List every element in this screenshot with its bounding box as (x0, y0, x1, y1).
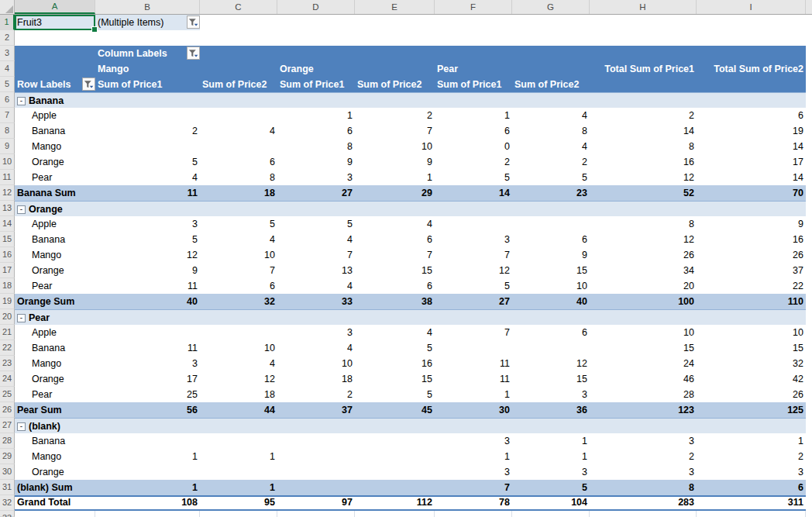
cell-E26[interactable]: 45 (355, 402, 435, 418)
cell-F12[interactable]: 14 (435, 185, 512, 201)
cell-I19[interactable]: 110 (697, 294, 806, 309)
cell-D23[interactable]: 10 (277, 356, 355, 371)
row-header-18[interactable]: 18 (0, 278, 15, 294)
cell-I29[interactable]: 2 (697, 449, 806, 464)
cell-E31[interactable] (355, 480, 435, 495)
cell-B22[interactable]: 11 (95, 340, 200, 356)
cell-I33[interactable] (697, 511, 806, 517)
cell-F27[interactable] (435, 418, 512, 433)
cell-D25[interactable]: 2 (277, 387, 355, 402)
row-header-10[interactable]: 10 (0, 154, 15, 170)
cell-E7[interactable]: 2 (355, 108, 435, 123)
row-header-5[interactable]: 5 (0, 77, 15, 92)
cell-I16[interactable]: 26 (697, 247, 806, 263)
cell-H16[interactable]: 26 (590, 247, 697, 263)
cell-H20[interactable] (590, 309, 697, 325)
row-header-1[interactable]: 1 (0, 15, 15, 30)
cell-A7[interactable]: Apple (15, 108, 95, 123)
cell-F14[interactable] (435, 216, 512, 232)
cell-G8[interactable]: 8 (512, 123, 590, 139)
cell-I10[interactable]: 17 (697, 154, 806, 170)
cell-I20[interactable] (697, 309, 806, 325)
cell-H4[interactable]: Total Sum of Price1 (590, 61, 697, 77)
cell-H25[interactable]: 28 (590, 387, 697, 402)
row-header-4[interactable]: 4 (0, 61, 15, 77)
row-header-8[interactable]: 8 (0, 123, 15, 139)
cell-E13[interactable] (355, 201, 435, 216)
cell-C31[interactable]: 1 (200, 480, 277, 495)
cell-I2[interactable] (697, 30, 806, 46)
cell-I7[interactable]: 6 (697, 108, 806, 123)
cell-H12[interactable]: 52 (590, 185, 697, 201)
cell-I15[interactable]: 16 (697, 232, 806, 247)
row-header-33[interactable]: 33 (0, 511, 15, 517)
cell-F21[interactable]: 7 (435, 325, 512, 340)
cell-B30[interactable] (95, 464, 200, 480)
cell-C13[interactable] (200, 201, 277, 216)
cell-A5[interactable]: Row Labels (15, 77, 95, 92)
cell-C21[interactable] (200, 325, 277, 340)
cell-A12[interactable]: Banana Sum (15, 185, 95, 201)
cell-E19[interactable]: 38 (355, 294, 435, 309)
cell-A19[interactable]: Orange Sum (15, 294, 95, 309)
cell-D16[interactable]: 7 (277, 247, 355, 263)
cell-D12[interactable]: 27 (277, 185, 355, 201)
cell-B21[interactable] (95, 325, 200, 340)
cell-G4[interactable] (512, 61, 590, 77)
cell-F9[interactable]: 0 (435, 139, 512, 154)
cell-E5[interactable]: Sum of Price2 (355, 77, 435, 92)
cell-C9[interactable] (200, 139, 277, 154)
cell-F23[interactable]: 11 (435, 356, 512, 371)
cell-E15[interactable]: 6 (355, 232, 435, 247)
cell-D15[interactable]: 4 (277, 232, 355, 247)
cell-B5[interactable]: Sum of Price1 (95, 77, 200, 92)
cell-A18[interactable]: Pear (15, 278, 95, 294)
row-header-7[interactable]: 7 (0, 108, 15, 123)
cell-A30[interactable]: Orange (15, 464, 95, 480)
column-header-E[interactable]: E (355, 0, 435, 14)
cell-C6[interactable] (200, 92, 277, 108)
cell-H33[interactable] (590, 511, 697, 517)
cell-H23[interactable]: 24 (590, 356, 697, 371)
cell-I8[interactable]: 19 (697, 123, 806, 139)
cell-E6[interactable] (355, 92, 435, 108)
cell-F30[interactable]: 3 (435, 464, 512, 480)
cell-B12[interactable]: 11 (95, 185, 200, 201)
cell-G28[interactable]: 1 (512, 433, 590, 449)
cell-G21[interactable]: 6 (512, 325, 590, 340)
cell-D26[interactable]: 37 (277, 402, 355, 418)
cell-I9[interactable]: 14 (697, 139, 806, 154)
cell-A22[interactable]: Banana (15, 340, 95, 356)
cell-D19[interactable]: 33 (277, 294, 355, 309)
cell-F1[interactable] (435, 15, 512, 30)
cell-D2[interactable] (277, 30, 355, 46)
cell-H5[interactable] (590, 77, 697, 92)
cell-A17[interactable]: Orange (15, 263, 95, 278)
cell-I4[interactable]: Total Sum of Price2 (697, 61, 806, 77)
cell-D28[interactable] (277, 433, 355, 449)
cell-C30[interactable] (200, 464, 277, 480)
cell-E23[interactable]: 16 (355, 356, 435, 371)
cell-B15[interactable]: 5 (95, 232, 200, 247)
cell-C15[interactable]: 4 (200, 232, 277, 247)
cell-B6[interactable] (95, 92, 200, 108)
cell-C16[interactable]: 10 (200, 247, 277, 263)
cell-A15[interactable]: Banana (15, 232, 95, 247)
cell-D6[interactable] (277, 92, 355, 108)
cell-I14[interactable]: 9 (697, 216, 806, 232)
row-header-20[interactable]: 20 (0, 309, 15, 325)
cell-F6[interactable] (435, 92, 512, 108)
cell-I17[interactable]: 37 (697, 263, 806, 278)
cell-E3[interactable] (355, 46, 435, 61)
row-header-22[interactable]: 22 (0, 340, 15, 356)
cell-G10[interactable]: 2 (512, 154, 590, 170)
cell-B20[interactable] (95, 309, 200, 325)
cell-F18[interactable]: 5 (435, 278, 512, 294)
row-header-27[interactable]: 27 (0, 418, 15, 433)
cell-A14[interactable]: Apple (15, 216, 95, 232)
cell-E2[interactable] (355, 30, 435, 46)
cell-D33[interactable] (277, 511, 355, 517)
cell-F29[interactable]: 1 (435, 449, 512, 464)
cell-A13[interactable]: -Orange (15, 201, 95, 216)
cell-D11[interactable]: 3 (277, 170, 355, 185)
